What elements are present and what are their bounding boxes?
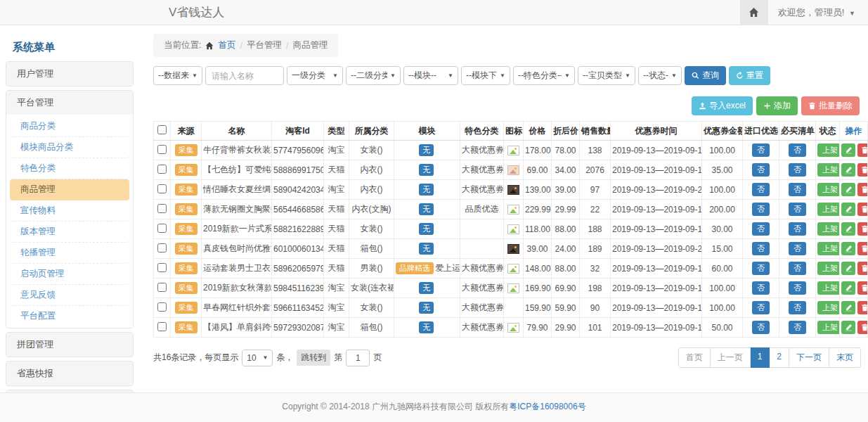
row-checkbox[interactable] [157,145,167,154]
module-subcategory-select[interactable]: --模块下分类--▼ [461,66,510,85]
status-toggle[interactable]: 上架 [817,321,840,333]
import-select-toggle[interactable]: 否 [752,262,770,274]
edit-button[interactable] [841,183,855,196]
page-1-button[interactable]: 1 [751,347,770,368]
item-type-select[interactable]: --宝贝类型--▼ [578,66,635,85]
sidebar-item-module-product-category[interactable]: 模块商品分类 [10,137,129,158]
sidebar-item-product-category[interactable]: 商品分类 [10,116,129,137]
sidebar-item-user-management[interactable]: 用户管理 [6,62,133,86]
delete-button[interactable] [857,301,868,314]
row-checkbox[interactable] [157,302,167,312]
import-select-toggle[interactable]: 否 [752,183,770,196]
must-buy-toggle[interactable]: 否 [789,321,806,333]
import-select-toggle[interactable]: 否 [752,301,770,314]
sidebar-item-product-management[interactable]: 商品管理 [10,179,129,200]
edit-button[interactable] [841,203,855,216]
delete-button[interactable] [857,242,868,255]
import-select-toggle[interactable]: 否 [752,143,770,156]
status-toggle[interactable]: 上架 [817,301,840,314]
sidebar-item-saving-news[interactable]: 省惠快报 [6,362,133,385]
import-select-toggle[interactable]: 否 [752,242,770,255]
reset-button[interactable]: 重置 [729,66,770,85]
sidebar-item-promo-material[interactable]: 宣传物料 [10,200,129,222]
icp-link[interactable]: 粤ICP备16098006号 [509,402,585,411]
sidebar-item-version-management[interactable]: 版本管理 [10,222,129,243]
status-toggle[interactable]: 上架 [817,242,840,255]
status-toggle[interactable]: 上架 [817,183,840,196]
delete-button[interactable] [857,203,868,216]
row-checkbox[interactable] [157,184,167,193]
import-select-toggle[interactable]: 否 [752,281,770,294]
row-checkbox[interactable] [157,283,167,292]
edit-button[interactable] [841,301,855,314]
jump-page-input[interactable] [346,350,370,366]
edit-button[interactable] [841,262,855,275]
level1-category-select[interactable]: 一级分类▼ [287,66,343,85]
add-button[interactable]: 添加 [756,96,798,115]
sidebar-item-platform-management[interactable]: 平台管理 [6,91,133,115]
edit-button[interactable] [841,163,855,177]
module-select[interactable]: --模块--▼ [403,66,458,85]
must-buy-toggle[interactable]: 否 [789,301,806,314]
status-toggle[interactable]: 上架 [817,222,840,235]
sidebar-item-splash-management[interactable]: 启动页管理 [10,264,129,285]
sidebar-item-carousel-management[interactable]: 轮播管理 [10,243,129,264]
sidebar-item-feature-category[interactable]: 特色分类 [10,158,129,179]
home-button[interactable] [740,0,768,25]
import-select-toggle[interactable]: 否 [752,163,770,176]
delete-button[interactable] [857,281,868,295]
edit-button[interactable] [841,143,855,157]
user-menu[interactable]: 欢迎您，管理员! ▼ [768,6,868,19]
level2-category-select[interactable]: --二级分类--▼ [346,66,401,85]
sidebar-item-group-buy[interactable]: 拼团管理 [6,333,133,357]
edit-button[interactable] [841,222,855,236]
edit-button[interactable] [841,281,855,295]
status-toggle[interactable]: 上架 [817,163,840,176]
delete-button[interactable] [857,262,868,275]
feature-category-select[interactable]: --特色分类--▼ [513,66,575,85]
edit-button[interactable] [841,242,855,255]
last-page-button[interactable]: 末页 [829,347,861,368]
row-checkbox[interactable] [157,263,167,272]
breadcrumb-home-link[interactable]: 首页 [218,39,235,51]
row-checkbox[interactable] [157,204,167,213]
next-page-button[interactable]: 下一页 [789,347,829,368]
row-checkbox[interactable] [157,243,167,252]
must-buy-toggle[interactable]: 否 [789,143,806,156]
data-source-select[interactable]: --数据来源--▼ [153,66,202,85]
delete-button[interactable] [857,321,868,334]
row-checkbox[interactable] [157,165,167,174]
must-buy-toggle[interactable]: 否 [789,242,806,255]
must-buy-toggle[interactable]: 否 [789,281,806,294]
must-buy-toggle[interactable]: 否 [789,222,806,235]
status-toggle[interactable]: 上架 [817,143,840,156]
delete-button[interactable] [857,163,868,177]
first-page-button[interactable]: 首页 [678,347,711,368]
name-search-input[interactable] [205,66,284,85]
page-size-select[interactable]: 10▼ [242,350,273,366]
must-buy-toggle[interactable]: 否 [789,183,806,196]
sidebar-item-feedback[interactable]: 意见反馈 [10,285,129,306]
select-all-checkbox[interactable] [157,125,167,134]
must-buy-toggle[interactable]: 否 [789,203,806,215]
row-checkbox[interactable] [157,224,167,233]
search-button[interactable]: 查询 [685,66,726,85]
edit-button[interactable] [841,321,855,334]
prev-page-button[interactable]: 上一页 [711,347,751,368]
status-toggle[interactable]: 上架 [817,203,840,215]
page-2-button[interactable]: 2 [770,347,789,368]
status-select[interactable]: --状态--▼ [638,66,682,85]
delete-button[interactable] [857,222,868,236]
sidebar-item-platform-config[interactable]: 平台配置 [10,306,129,326]
import-select-toggle[interactable]: 否 [752,203,770,215]
row-checkbox[interactable] [157,322,167,331]
status-toggle[interactable]: 上架 [817,262,840,274]
batch-delete-button[interactable]: 批量删除 [801,96,860,115]
must-buy-toggle[interactable]: 否 [789,262,806,274]
status-toggle[interactable]: 上架 [817,281,840,294]
must-buy-toggle[interactable]: 否 [789,163,806,176]
import-select-toggle[interactable]: 否 [752,321,770,333]
import-select-toggle[interactable]: 否 [752,222,770,235]
delete-button[interactable] [857,183,868,196]
delete-button[interactable] [857,143,868,157]
